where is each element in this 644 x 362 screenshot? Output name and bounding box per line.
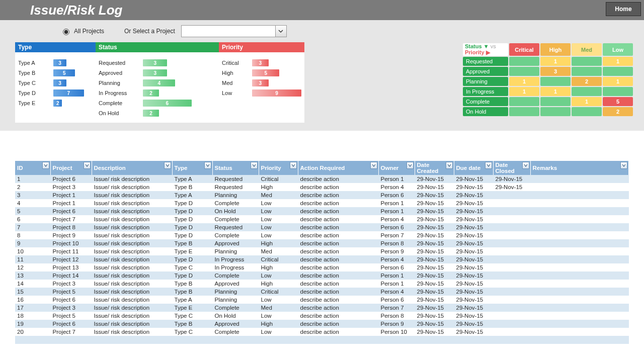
table-row[interactable]: 5Project 6Issue/ risk descriptionType DO… bbox=[15, 207, 629, 215]
table-row[interactable]: 14Project 3Issue/ risk descriptionType B… bbox=[15, 280, 629, 288]
table-cell: Type D bbox=[172, 231, 212, 239]
matrix-cell: 2 bbox=[603, 107, 633, 116]
filter-button[interactable] bbox=[164, 162, 171, 169]
table-row[interactable]: 15Project 5Issue/ risk descriptionType B… bbox=[15, 288, 629, 296]
table-cell: 7 bbox=[15, 223, 50, 231]
table-row[interactable]: 18Project 5Issue/ risk descriptionType C… bbox=[15, 312, 629, 320]
grid-column-header[interactable]: Type bbox=[172, 161, 212, 175]
grid-column-header[interactable]: Remarks bbox=[530, 161, 629, 175]
matrix-row-label: Complete bbox=[463, 97, 508, 106]
grid-column-header[interactable]: Project bbox=[50, 161, 92, 175]
table-cell bbox=[530, 320, 629, 328]
grid-column-header[interactable]: Status bbox=[212, 161, 259, 175]
grid-column-header[interactable]: Description bbox=[92, 161, 172, 175]
table-row[interactable]: 7Project 8Issue/ risk descriptionType DR… bbox=[15, 223, 629, 231]
table-row[interactable]: 3Project 1Issue/ risk descriptionType AP… bbox=[15, 191, 629, 199]
filter-button[interactable] bbox=[251, 162, 258, 169]
bar-row-status: Planning4 bbox=[99, 78, 216, 87]
matrix-cell: 1 bbox=[540, 87, 571, 96]
table-cell: In Progress bbox=[212, 255, 259, 263]
table-cell bbox=[530, 183, 629, 191]
table-cell: High bbox=[259, 263, 298, 272]
table-cell: Person 4 bbox=[378, 183, 415, 191]
table-cell bbox=[493, 263, 530, 272]
table-row[interactable]: 10Project 11Issue/ risk descriptionType … bbox=[15, 247, 629, 255]
table-cell: Person 1 bbox=[378, 175, 415, 183]
table-cell bbox=[530, 272, 629, 280]
table-row[interactable]: 2Project 3Issue/ risk descriptionType BR… bbox=[15, 183, 629, 191]
chevron-down-icon bbox=[166, 163, 170, 167]
table-cell: Requested bbox=[212, 223, 259, 231]
table-cell: Type C bbox=[172, 263, 212, 272]
bar-label: Type D bbox=[18, 90, 49, 96]
table-row[interactable]: 9Project 10Issue/ risk descriptionType B… bbox=[15, 239, 629, 247]
grid-column-header[interactable]: Due date bbox=[454, 161, 493, 175]
filter-button[interactable] bbox=[620, 162, 627, 169]
filter-button[interactable] bbox=[84, 162, 91, 169]
filter-button[interactable] bbox=[370, 162, 377, 169]
table-row[interactable]: 1Project 6Issue/ risk descriptionType AR… bbox=[15, 175, 629, 183]
table-cell: Complete bbox=[212, 272, 259, 280]
bar-value: 3 bbox=[53, 79, 66, 86]
table-cell: Issue/ risk description bbox=[92, 272, 172, 280]
combobox-toggle-button[interactable] bbox=[275, 26, 286, 37]
all-projects-radio[interactable]: All Projects bbox=[60, 27, 104, 35]
filter-button[interactable] bbox=[290, 162, 297, 169]
table-cell: 29-Nov-15 bbox=[454, 223, 493, 231]
table-row[interactable]: 8Project 9Issue/ risk descriptionType DC… bbox=[15, 231, 629, 239]
all-projects-radio-input[interactable] bbox=[63, 29, 69, 35]
table-row[interactable]: 12Project 13Issue/ risk descriptionType … bbox=[15, 263, 629, 272]
matrix-row-label: In Progress bbox=[463, 87, 508, 96]
matrix-cell bbox=[540, 107, 571, 116]
table-cell: 5 bbox=[15, 207, 50, 215]
table-cell: describe action bbox=[298, 272, 378, 280]
table-cell: Project 6 bbox=[50, 175, 92, 183]
table-row[interactable]: 11Project 12Issue/ risk descriptionType … bbox=[15, 255, 629, 263]
matrix-col-high: High bbox=[540, 43, 571, 56]
filter-button[interactable] bbox=[407, 162, 414, 169]
table-cell: Person 1 bbox=[378, 199, 415, 207]
table-row[interactable]: 19Project 6Issue/ risk descriptionType B… bbox=[15, 320, 629, 328]
grid-column-header[interactable]: Action Required bbox=[298, 161, 378, 175]
table-cell: Critical bbox=[259, 175, 298, 183]
table-cell: 1 bbox=[15, 175, 50, 183]
table-cell: describe action bbox=[298, 328, 378, 336]
filter-button[interactable] bbox=[485, 162, 492, 169]
home-button[interactable]: Home bbox=[606, 2, 641, 16]
table-cell: Issue/ risk description bbox=[92, 215, 172, 223]
filter-button[interactable] bbox=[42, 162, 49, 169]
bar-value: 5 bbox=[252, 69, 279, 76]
table-cell: 16 bbox=[15, 296, 50, 304]
table-cell: Person 6 bbox=[378, 191, 415, 199]
table-cell bbox=[530, 223, 629, 231]
project-combobox[interactable] bbox=[181, 25, 287, 37]
table-cell: 29-Nov-15 bbox=[454, 183, 493, 191]
table-cell: 29-Nov-15 bbox=[415, 199, 454, 207]
table-row[interactable]: 13Project 14Issue/ risk descriptionType … bbox=[15, 272, 629, 280]
table-row[interactable]: 17Project 3Issue/ risk descriptionType E… bbox=[15, 304, 629, 312]
filter-bar: All Projects Or Select a Project bbox=[0, 20, 644, 42]
table-row[interactable]: 4Project 1Issue/ risk descriptionType DC… bbox=[15, 199, 629, 207]
matrix-cell bbox=[572, 67, 602, 76]
matrix-cell bbox=[509, 57, 539, 66]
table-cell: 29-Nov-15 bbox=[415, 280, 454, 288]
filter-button[interactable] bbox=[522, 162, 529, 169]
grid-column-header[interactable]: Date Created bbox=[415, 161, 454, 175]
table-cell: 29-Nov-15 bbox=[454, 320, 493, 328]
table-row[interactable]: 16Project 6Issue/ risk descriptionType A… bbox=[15, 296, 629, 304]
table-row[interactable]: 6Project 7Issue/ risk descriptionType DC… bbox=[15, 215, 629, 223]
grid-column-header[interactable]: ID bbox=[15, 161, 50, 175]
matrix-cell: 1 bbox=[603, 77, 633, 86]
table-cell: 29-Nov-15 bbox=[454, 215, 493, 223]
bar-value: 3 bbox=[252, 79, 269, 86]
table-cell: 29-Nov-15 bbox=[415, 215, 454, 223]
grid-column-header[interactable]: Priority bbox=[259, 161, 298, 175]
matrix-cell bbox=[540, 77, 571, 86]
chevron-down-icon bbox=[85, 163, 89, 167]
filter-button[interactable] bbox=[446, 162, 453, 169]
bar-label: Approved bbox=[99, 70, 139, 76]
filter-button[interactable] bbox=[204, 162, 211, 169]
grid-column-header[interactable]: Owner bbox=[378, 161, 415, 175]
grid-column-header[interactable]: Date Closed bbox=[493, 161, 530, 175]
table-row[interactable]: 20Project 7Issue/ risk descriptionType C… bbox=[15, 328, 629, 336]
